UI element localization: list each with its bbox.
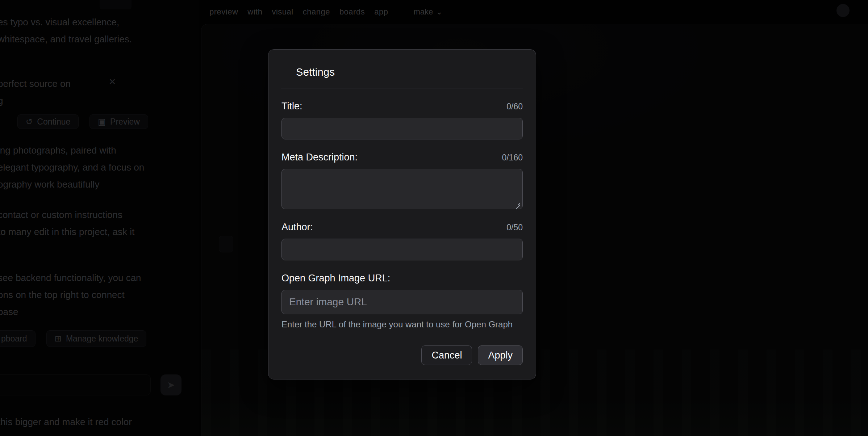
og-image-url-input[interactable] — [281, 290, 523, 314]
og-image-url-label: Open Graph Image URL: — [281, 273, 390, 284]
author-counter: 0/50 — [506, 223, 523, 232]
field-group-meta-description: Meta Description: 0/160 — [281, 152, 523, 209]
dialog-title: Settings — [268, 50, 536, 79]
og-image-helper-text: Enter the URL of the image you want to u… — [281, 319, 523, 330]
meta-description-counter: 0/160 — [502, 153, 523, 163]
divider — [281, 88, 523, 88]
title-counter: 0/60 — [506, 102, 523, 112]
textarea-resize-handle[interactable] — [514, 200, 520, 206]
field-group-title: Title: 0/60 — [281, 101, 523, 139]
meta-description-label: Meta Description: — [281, 152, 358, 163]
meta-description-textarea[interactable] — [281, 169, 523, 209]
author-input[interactable] — [281, 239, 523, 260]
settings-dialog: Settings Title: 0/60 Meta Description: 0… — [268, 49, 536, 380]
title-input[interactable] — [281, 118, 523, 139]
apply-button[interactable]: Apply — [478, 345, 523, 365]
dialog-footer: Cancel Apply — [281, 345, 523, 365]
author-label: Author: — [281, 222, 313, 233]
cancel-button[interactable]: Cancel — [421, 345, 472, 365]
field-group-author: Author: 0/50 — [281, 222, 523, 260]
field-group-og-image: Open Graph Image URL: Enter the URL of t… — [281, 273, 523, 330]
title-label: Title: — [281, 101, 302, 112]
